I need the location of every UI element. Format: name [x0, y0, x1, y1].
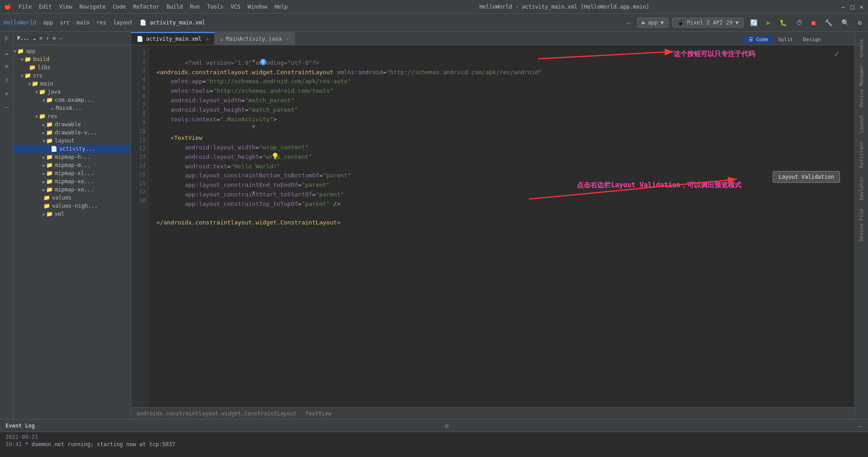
settings-button[interactable]: ⚙	[855, 17, 864, 28]
sidebar-favorites-icon[interactable]: ★	[5, 90, 8, 97]
tree-item-main[interactable]: ▼ 📁 main	[14, 80, 131, 88]
menu-run[interactable]: Run	[190, 4, 200, 10]
tree-item-src[interactable]: ▼ 📁 src	[14, 71, 131, 80]
code-icon: ☰	[749, 37, 753, 43]
device-config[interactable]: 📱 Pixel 2 API 29 ▼	[672, 18, 743, 28]
tab-activity-main[interactable]: 📄 activity_main.xml ✕	[131, 32, 215, 45]
menu-build[interactable]: Build	[166, 4, 183, 10]
sidebar-device-file[interactable]: Device File	[857, 205, 866, 245]
tree-item-drawable-v[interactable]: ▶ 📁 drawable-v...	[14, 129, 131, 137]
device-config-label: Pixel 2 API 29	[687, 19, 732, 26]
tree-item-libs[interactable]: 📁 libs	[14, 63, 131, 71]
project-tree: ▼ 📁 app ▼ 📁 build 📁 libs ▼ 📁 src	[14, 45, 131, 419]
menu-edit[interactable]: Edit	[39, 4, 52, 10]
tree-item-xml[interactable]: ▶ 📁 xml	[14, 210, 131, 218]
search-button[interactable]: 🔍	[839, 17, 852, 28]
sidebar-list-icon[interactable]: ≡	[5, 62, 8, 70]
back-button[interactable]: ←	[624, 17, 633, 28]
stop-button[interactable]: ■	[809, 17, 818, 28]
tools-button[interactable]: 🔧	[822, 17, 835, 28]
header-icon-3[interactable]: ↕	[46, 35, 49, 41]
tree-item-drawable[interactable]: ▶ 📁 drawable	[14, 120, 131, 129]
breadcrumb-layout[interactable]: layout	[113, 19, 132, 26]
tree-item-app[interactable]: ▼ 📁 app	[14, 47, 131, 55]
log-message: * daemon not running; starting now at tc…	[25, 441, 175, 447]
tree-item-mipmap-xo1[interactable]: ▶ 📁 mipmap-xo...	[14, 177, 131, 186]
run-config-label: app	[648, 19, 658, 26]
sidebar-emulator[interactable]: Emulator	[857, 173, 866, 204]
menu-tools[interactable]: Tools	[207, 4, 223, 10]
window-controls[interactable]: — □ ✕	[841, 3, 863, 10]
menu-refactor[interactable]: Refactor	[133, 4, 159, 10]
header-icon-4[interactable]: ⚙	[52, 35, 56, 41]
sidebar-project-icon[interactable]: P	[5, 35, 8, 43]
panel-settings-icon[interactable]: ⚙	[445, 422, 448, 429]
checkmark: ✓	[834, 49, 839, 58]
tree-item-activity-main[interactable]: 📄 activity...	[14, 145, 131, 153]
sidebar-gradle[interactable]: Gradle	[857, 35, 866, 61]
path-root: androidx.constraintlayout.widget.Constra…	[137, 410, 297, 417]
event-log-title: Event Log	[5, 423, 35, 429]
tree-item-res[interactable]: ▼ 📁 res	[14, 112, 131, 120]
menu-code[interactable]: Code	[113, 4, 126, 10]
debug-button[interactable]: 🐛	[777, 17, 790, 28]
code-editor[interactable]: 1 2 3 4 5 6 7 8 9 10 11 12 13 14 15 16 1…	[131, 45, 854, 407]
menu-window[interactable]: Window	[248, 4, 267, 10]
editor-tabs: 📄 activity_main.xml ✕ ☕ MainActivity.jav…	[131, 32, 854, 45]
menu-bar[interactable]: 🍎 File Edit View Navigate Code Refactor …	[5, 4, 288, 10]
header-icon-2[interactable]: ≡	[39, 35, 42, 41]
header-icon-1[interactable]: ☁	[33, 35, 36, 41]
tab-mainactivity[interactable]: ☕ MainActivity.java ✕	[215, 32, 295, 45]
tree-item-values-night[interactable]: 📁 values-nigh...	[14, 202, 131, 210]
menu-view[interactable]: View	[59, 4, 72, 10]
tree-item-com[interactable]: ▼ 📁 com.examp...	[14, 96, 131, 104]
view-design-button[interactable]: Design	[798, 35, 826, 44]
menu-apple[interactable]: 🍎	[5, 4, 11, 10]
breadcrumb-helloworld[interactable]: HelloWorld	[4, 19, 36, 26]
tree-item-mipmap-m[interactable]: ▶ 📁 mipmap-m...	[14, 161, 131, 169]
code-content[interactable]: <?xml version="1.0" encoding="utf-8"?> <…	[149, 45, 854, 407]
menu-navigate[interactable]: Navigate	[80, 4, 106, 10]
header-icon-5[interactable]: —	[59, 35, 62, 41]
breadcrumb-file[interactable]: 📄 activity_main.xml	[140, 19, 205, 26]
tree-item-mainactivity[interactable]: ☕ MainA...	[14, 104, 131, 112]
tree-item-mipmap-h[interactable]: ▶ 📁 mipmap-h...	[14, 153, 131, 161]
menu-help[interactable]: Help	[274, 4, 288, 10]
profile-button[interactable]: ⏱	[793, 17, 805, 28]
tree-item-mipmap-xo2[interactable]: ▶ 📁 mipmap-xo...	[14, 186, 131, 194]
breadcrumb-src[interactable]: src	[60, 19, 70, 26]
tree-item-layout[interactable]: ▼ 📁 layout	[14, 137, 131, 145]
panel-close-icon[interactable]: —	[859, 422, 863, 429]
sidebar-cloud-icon[interactable]: ☁	[5, 49, 8, 56]
sidebar-build-icon[interactable]: —	[5, 103, 8, 110]
tree-item-mipmap-xl[interactable]: ▶ 📁 mipmap-xl...	[14, 169, 131, 177]
breadcrumb-main[interactable]: main	[76, 19, 90, 26]
breadcrumb-res[interactable]: res	[96, 19, 106, 26]
tree-item-java[interactable]: ▼ 📁 java	[14, 88, 131, 96]
breadcrumb-app[interactable]: app	[43, 19, 53, 26]
view-split-button[interactable]: Split	[774, 35, 797, 44]
menu-file[interactable]: File	[19, 4, 32, 10]
sync-button[interactable]: 🔄	[747, 17, 760, 28]
close-button[interactable]: ✕	[860, 3, 863, 10]
device-config-dropdown[interactable]: ▼	[735, 19, 738, 26]
menu-vcs[interactable]: VCS	[231, 4, 241, 10]
sidebar-device-manager[interactable]: Device Manager	[857, 62, 866, 111]
run-config[interactable]: ▶ app ▼	[637, 18, 669, 28]
editor-path-bar: androidx.constraintlayout.widget.Constra…	[131, 407, 854, 419]
minimize-button[interactable]: —	[841, 3, 845, 10]
tree-item-build[interactable]: ▼ 📁 build	[14, 55, 131, 63]
maximize-button[interactable]: □	[850, 3, 854, 10]
tab-icon-2: ☕	[220, 36, 223, 42]
tab-close-2[interactable]: ✕	[286, 36, 289, 41]
layout-validation-button[interactable]: Layout Validation	[773, 171, 840, 183]
sidebar-structure-icon[interactable]: ↕	[5, 76, 8, 83]
view-code-button[interactable]: ☰ Code	[744, 35, 773, 44]
bottom-panel: Event Log ⚙ — 2022-09-21 10:41 * daemon …	[0, 419, 868, 457]
tree-item-values[interactable]: 📁 values	[14, 194, 131, 202]
run-config-dropdown[interactable]: ▼	[660, 19, 664, 26]
sidebar-assistant[interactable]: Assistant	[857, 138, 866, 172]
sidebar-layout[interactable]: Layout	[857, 111, 866, 137]
tab-close-1[interactable]: ✕	[206, 37, 209, 42]
run-button[interactable]: ▶	[764, 17, 773, 28]
